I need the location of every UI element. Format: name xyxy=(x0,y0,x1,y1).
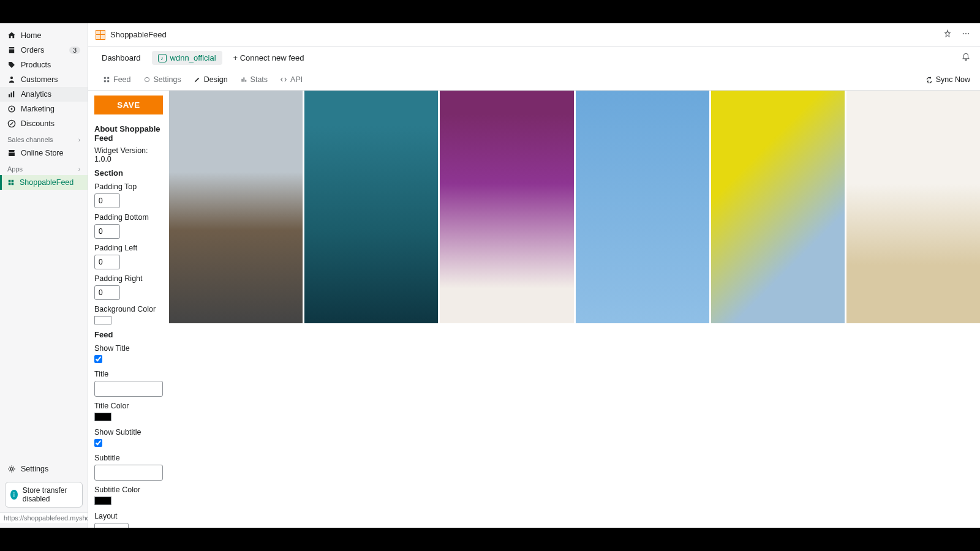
svg-point-11 xyxy=(10,468,13,470)
widget-version: Widget Version: 1.0.0 xyxy=(94,146,163,163)
design-panel: SAVE About Shoppable Feed Widget Version… xyxy=(88,91,169,528)
save-button[interactable]: SAVE xyxy=(94,96,163,114)
subtab-settings[interactable]: Settings xyxy=(138,74,186,85)
padding-bottom-label: Padding Bottom xyxy=(94,213,163,222)
svg-rect-8 xyxy=(12,180,14,182)
padding-top-input[interactable] xyxy=(94,193,120,208)
nav-customers[interactable]: Customers xyxy=(0,72,88,87)
sync-now-button[interactable]: Sync Now xyxy=(925,75,970,84)
grid-icon xyxy=(7,179,15,186)
svg-point-14 xyxy=(968,33,969,34)
nav-analytics[interactable]: Analytics xyxy=(0,87,88,102)
subtitle-color-swatch[interactable] xyxy=(94,497,111,505)
nav-label: Online Store xyxy=(21,149,63,157)
feed-image-6[interactable] xyxy=(846,91,980,323)
app-logo-icon xyxy=(96,30,105,40)
store-icon xyxy=(7,149,16,157)
target-icon xyxy=(7,105,16,113)
feed-image-3[interactable] xyxy=(440,91,573,323)
show-title-checkbox[interactable] xyxy=(94,355,102,363)
subtitle-label: Subtitle xyxy=(94,454,163,462)
brush-icon xyxy=(194,76,201,83)
svg-rect-3 xyxy=(13,91,14,97)
svg-rect-1 xyxy=(9,94,10,97)
chevron-right-icon[interactable]: › xyxy=(78,137,80,143)
more-icon[interactable] xyxy=(959,27,973,42)
design-subtabs: Feed Settings Design Stats API Sync No xyxy=(88,69,980,91)
section-heading: Section xyxy=(94,168,163,178)
feed-image-1[interactable] xyxy=(169,91,303,323)
feed-tabs: Dashboard ♪ wdnn_official + Connect new … xyxy=(88,47,980,69)
discount-icon xyxy=(7,119,16,128)
nav-label: Products xyxy=(21,61,51,69)
bg-color-label: Background Color xyxy=(94,305,163,313)
title-color-swatch[interactable] xyxy=(94,413,111,421)
svg-rect-21 xyxy=(243,77,244,81)
feed-image-2[interactable] xyxy=(304,91,438,323)
svg-rect-22 xyxy=(245,80,246,82)
svg-point-19 xyxy=(145,77,149,81)
grid-small-icon xyxy=(103,76,110,83)
app-topbar: ShoppableFeed xyxy=(88,23,980,47)
nav-label: Home xyxy=(21,31,41,40)
tab-dashboard[interactable]: Dashboard xyxy=(96,51,147,65)
feed-image-5[interactable] xyxy=(711,91,845,323)
svg-rect-2 xyxy=(11,92,12,97)
pin-icon[interactable] xyxy=(941,27,954,42)
padding-bottom-input[interactable] xyxy=(94,224,120,239)
feed-image-4[interactable] xyxy=(576,91,709,323)
bg-color-swatch[interactable] xyxy=(94,316,111,324)
sync-icon xyxy=(925,76,933,83)
gear-small-icon xyxy=(143,76,151,83)
padding-left-label: Padding Left xyxy=(94,244,163,252)
nav-products[interactable]: Products xyxy=(0,58,88,72)
layout-select[interactable]: Grid xyxy=(94,523,129,528)
svg-rect-9 xyxy=(9,183,11,186)
title-label: Title xyxy=(94,370,163,378)
svg-rect-15 xyxy=(104,77,106,79)
tab-connect-new[interactable]: + Connect new feed xyxy=(227,51,311,65)
person-icon xyxy=(7,75,16,84)
apps-header: Apps › xyxy=(0,160,88,175)
show-subtitle-checkbox[interactable] xyxy=(94,439,102,447)
padding-right-input[interactable] xyxy=(94,285,120,300)
transfer-disabled-pill[interactable]: i Store transfer disabled xyxy=(5,482,83,508)
svg-rect-16 xyxy=(107,77,109,79)
show-title-label: Show Title xyxy=(94,344,163,353)
subtab-design[interactable]: Design xyxy=(189,74,233,85)
nav-discounts[interactable]: Discounts xyxy=(0,116,88,131)
svg-rect-7 xyxy=(9,180,11,182)
svg-point-0 xyxy=(10,77,13,79)
nav-label: Customers xyxy=(21,75,58,84)
tab-feed-active[interactable]: ♪ wdnn_official xyxy=(152,51,222,65)
nav-settings[interactable]: Settings xyxy=(0,461,88,477)
nav-label: Analytics xyxy=(21,90,51,99)
nav-app-shoppablefeed[interactable]: ShoppableFeed xyxy=(0,175,88,190)
nav-orders[interactable]: Orders 3 xyxy=(0,43,88,58)
title-color-label: Title Color xyxy=(94,402,163,410)
svg-rect-18 xyxy=(107,80,109,82)
nav-home[interactable]: Home xyxy=(0,28,88,43)
bars-icon xyxy=(7,90,16,99)
svg-rect-17 xyxy=(104,80,106,82)
subtab-api[interactable]: API xyxy=(275,74,307,85)
chevron-right-icon[interactable]: › xyxy=(78,166,80,173)
nav-label: Discounts xyxy=(21,119,55,128)
nav-online-store[interactable]: Online Store xyxy=(0,146,88,160)
svg-rect-10 xyxy=(12,183,14,186)
subtab-stats[interactable]: Stats xyxy=(235,74,273,85)
padding-top-label: Padding Top xyxy=(94,182,163,191)
padding-left-input[interactable] xyxy=(94,255,120,269)
svg-rect-20 xyxy=(241,79,243,82)
title-input[interactable] xyxy=(94,381,163,397)
about-heading: About Shoppable Feed xyxy=(94,124,163,143)
info-icon: i xyxy=(10,490,18,500)
feed-heading: Feed xyxy=(94,330,163,339)
show-subtitle-label: Show Subtitle xyxy=(94,428,163,437)
orders-icon xyxy=(7,46,16,54)
svg-point-13 xyxy=(965,33,967,34)
bell-icon[interactable] xyxy=(959,50,973,66)
nav-marketing[interactable]: Marketing xyxy=(0,102,88,116)
subtab-feed[interactable]: Feed xyxy=(98,74,136,85)
subtitle-input[interactable] xyxy=(94,465,163,481)
